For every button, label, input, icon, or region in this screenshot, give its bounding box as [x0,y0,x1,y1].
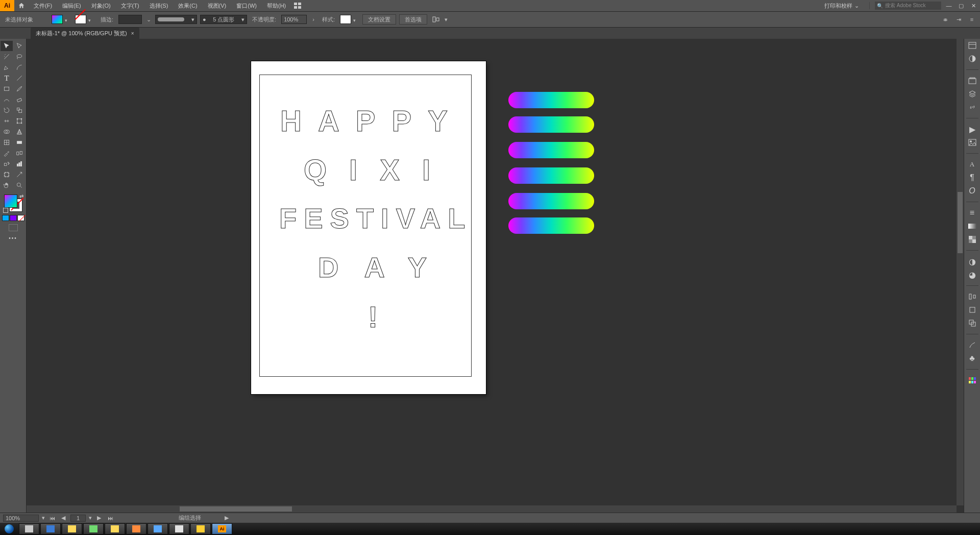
scrollbar-thumb[interactable] [180,506,292,512]
free-transform-tool[interactable] [13,116,26,126]
swatches-panel-icon[interactable] [967,376,977,385]
opacity-flyout-icon[interactable]: › [310,15,317,24]
taskbar-item[interactable] [190,523,211,534]
gradient-pill-3[interactable] [508,142,594,158]
mesh-tool[interactable] [1,137,13,148]
taskbar-item[interactable] [19,523,39,534]
artwork-text-line2[interactable]: QIXI [304,153,453,187]
menu-window[interactable]: 窗口(W) [231,0,262,11]
close-icon[interactable]: × [131,31,134,36]
taskbar-item[interactable] [148,523,168,534]
magic-wand-tool[interactable] [1,52,13,62]
window-minimize-icon[interactable]: — [944,2,953,10]
artboard-number-input[interactable]: 1 [70,515,86,522]
direct-selection-tool[interactable] [13,41,26,51]
scrollbar-thumb[interactable] [958,192,963,253]
align-flyout-icon[interactable] [430,14,442,25]
brushes-panel-icon[interactable] [967,341,977,350]
document-tab[interactable]: 未标题-1* @ 100% (RGB/GPU 预览) × [31,28,139,39]
taskbar-item[interactable] [126,523,146,534]
taskbar-item[interactable] [83,523,104,534]
canvas[interactable]: HAPPY QIXI FESTIVAL DAY ! [27,39,964,513]
perspective-grid-tool[interactable] [13,127,26,137]
zoom-input[interactable]: 100% [3,515,39,522]
layers-panel-icon[interactable] [967,89,977,99]
transform-panel-icon[interactable] [967,305,977,314]
gradient-pill-6[interactable] [508,217,594,234]
zoom-tool[interactable] [13,180,26,190]
artboard-next-icon[interactable]: ▶ [95,515,103,521]
character-panel-icon[interactable]: A [967,160,977,169]
stroke-weight-input[interactable] [118,15,142,24]
links-panel-icon[interactable] [967,103,977,112]
artwork-text-line4[interactable]: DAY [318,251,452,284]
selection-tool[interactable] [1,41,13,51]
default-fill-stroke-icon[interactable] [3,208,8,213]
symbol-sprayer-tool[interactable] [1,159,13,169]
taskbar-item[interactable] [169,523,189,534]
eraser-tool[interactable] [13,94,26,105]
paragraph-panel-icon[interactable]: ¶ [967,173,977,182]
rotate-tool[interactable] [1,105,13,115]
graphic-style-swatch[interactable]: ▾ [340,15,351,24]
artboard-first-icon[interactable]: ⏮ [48,515,56,521]
libraries-panel-icon[interactable] [967,76,977,85]
color-mode-solid[interactable] [2,215,9,221]
shaper-tool[interactable] [1,94,13,105]
window-restore-icon[interactable]: ▢ [957,2,966,10]
home-icon[interactable] [14,2,29,9]
menu-select[interactable]: 选择(S) [144,0,174,11]
window-close-icon[interactable]: ✕ [969,2,978,10]
gradient-pill-5[interactable] [508,193,594,209]
artboard-prev-icon[interactable]: ◀ [59,515,67,521]
eyedropper-tool[interactable] [1,148,13,158]
slice-tool[interactable] [13,169,26,180]
gradient-pill-1[interactable] [508,92,594,108]
menu-edit[interactable]: 编辑(E) [57,0,86,11]
artwork-text-line5[interactable]: ! [368,300,378,334]
taskbar-item-illustrator[interactable]: Ai [212,523,232,534]
menu-help[interactable]: 帮助(H) [262,0,291,11]
symbols-panel-icon[interactable]: ♣ [967,354,977,363]
opacity-input[interactable]: 100% [281,15,307,24]
document-setup-button[interactable]: 文档设置 [362,14,396,25]
stroke-stepper-icon[interactable]: ⌄ [145,15,152,24]
properties-panel-icon[interactable] [967,41,977,50]
artwork-text-line3[interactable]: FESTIVAL [279,202,473,235]
taskbar-item[interactable] [40,523,61,534]
stroke-swatch[interactable]: ▾ [75,15,86,24]
shape-builder-tool[interactable] [1,127,13,137]
menu-type[interactable]: 文字(T) [116,0,144,11]
swap-fill-stroke-icon[interactable]: ⇄ [19,193,23,199]
stroke-panel-icon[interactable]: ≡ [967,208,977,217]
screen-mode-switch[interactable] [8,224,18,231]
width-tool[interactable] [1,116,13,126]
transparency-panel-icon[interactable] [967,235,977,244]
taskbar-item[interactable] [105,523,125,534]
curvature-tool[interactable] [13,62,26,72]
paintbrush-tool[interactable] [13,84,26,94]
blend-tool[interactable] [13,148,26,158]
preferences-button[interactable]: 首选项 [399,14,427,25]
vertical-scrollbar[interactable] [957,39,964,505]
align-to-icon[interactable]: ⇥ [953,14,964,25]
artwork-text-line1[interactable]: HAPPY [280,104,464,138]
chevron-down-icon[interactable]: ▾ [65,18,67,23]
menu-effect[interactable]: 效果(C) [173,0,202,11]
brush-profile-dropdown[interactable]: ● 5 点圆形 ▾ [200,15,247,24]
gradient-panel-icon[interactable] [967,222,977,231]
start-button[interactable] [0,523,18,535]
fill-swatch[interactable]: ▾ [52,15,63,24]
actions-panel-icon[interactable]: ▶ [967,125,977,134]
align-panel-icon[interactable] [967,292,977,301]
type-tool[interactable]: T [1,73,13,83]
chevron-down-icon[interactable]: ▾ [353,18,356,23]
edit-toolbar-icon[interactable]: ••• [9,235,17,241]
pen-tool[interactable] [1,62,13,72]
pathfinder-panel-icon[interactable] [967,319,977,328]
gradient-tool[interactable] [13,137,26,148]
menu-object[interactable]: 对象(O) [86,0,116,11]
fill-stroke-indicator[interactable]: ⇄ [3,193,23,213]
gradient-pill-2[interactable] [508,116,594,133]
asset-export-panel-icon[interactable] [967,138,977,147]
